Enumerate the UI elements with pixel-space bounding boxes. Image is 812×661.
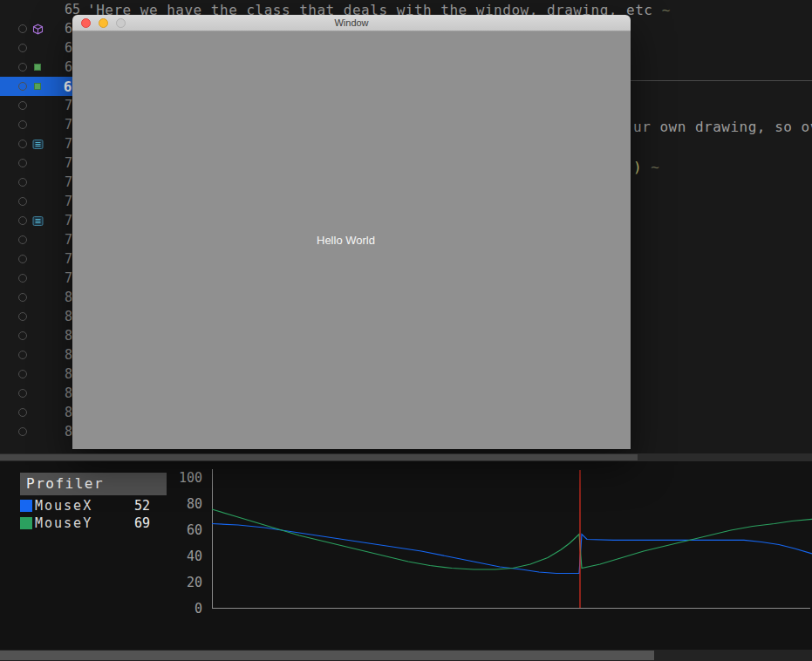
mousey-color-swatch [20, 517, 32, 529]
paren-text: ) [633, 159, 642, 175]
icon-spacer [31, 195, 44, 208]
icon-spacer [31, 176, 44, 188]
breakpoint-circle[interactable] [18, 370, 27, 378]
breakpoint-circle[interactable] [18, 197, 27, 206]
breakpoint-circle[interactable] [18, 101, 27, 110]
icon-spacer [31, 99, 44, 112]
profiler-panel: Profiler MouseX 52 MouseY 69 10080604020… [0, 461, 812, 650]
ide-screen: 6566676869707172737475767778798081828384… [0, 0, 812, 661]
green-square-icon [31, 61, 44, 73]
icon-spacer [31, 253, 44, 265]
profiler-title: Profiler [20, 473, 167, 495]
y-tick-label: 40 [164, 548, 202, 565]
icon-spacer [31, 42, 44, 54]
class-icon [31, 23, 44, 35]
breakpoint-circle[interactable] [18, 255, 27, 263]
icon-spacer [31, 426, 44, 438]
editor-horizontal-scrollbar[interactable] [0, 453, 812, 461]
zoom-button[interactable] [116, 18, 126, 28]
editor-scrollbar-thumb[interactable] [0, 454, 638, 460]
y-tick-label: 20 [164, 574, 202, 591]
minimize-button[interactable] [99, 18, 108, 28]
icon-spacer [31, 234, 44, 246]
breakpoint-circle[interactable] [18, 312, 27, 321]
legend-label: MouseX [35, 498, 92, 514]
legend-row-mousex: MouseX 52 [20, 499, 92, 513]
hello-world-text: Hello World [317, 234, 375, 247]
icon-spacer [31, 387, 44, 399]
breakpoint-circle[interactable] [18, 24, 27, 33]
breakpoint-circle[interactable] [18, 159, 27, 167]
y-tick-label: 80 [164, 495, 202, 513]
legend-label: MouseY [35, 515, 92, 531]
legend-row-mousey: MouseY 69 [20, 516, 92, 530]
icon-spacer [31, 157, 44, 169]
hello-world-window[interactable]: Window Hello World [72, 15, 631, 449]
breakpoint-circle[interactable] [18, 178, 27, 187]
legend-value: 52 [96, 498, 150, 514]
icon-spacer [31, 349, 44, 361]
y-tick-label: 60 [164, 521, 202, 539]
line-continuation-marker: ~ [662, 2, 671, 18]
bottom-scrollbar-thumb[interactable] [0, 651, 654, 660]
icon-spacer [31, 330, 44, 342]
y-axis-labels: 100806040200 [164, 478, 202, 609]
profiler-chart-svg [212, 478, 812, 609]
breakpoint-circle[interactable] [18, 120, 27, 129]
close-button[interactable] [81, 18, 91, 28]
breakpoint-circle[interactable] [18, 351, 27, 359]
list-icon [31, 138, 44, 150]
list-icon [31, 215, 44, 227]
breakpoint-circle[interactable] [18, 274, 27, 283]
green-square-icon [31, 80, 44, 92]
bottom-scrollbar[interactable] [0, 650, 812, 661]
icon-spacer [31, 272, 44, 284]
y-tick-label: 100 [164, 469, 202, 487]
window-canvas: Hello World [72, 31, 631, 449]
code-fragment-2: ) ~ [633, 159, 659, 175]
mousex-color-swatch [20, 500, 32, 512]
breakpoint-circle[interactable] [18, 408, 27, 417]
window-title: Window [72, 17, 631, 28]
profiler-chart [212, 478, 812, 609]
breakpoint-circle[interactable] [18, 235, 27, 244]
series-line-mousey [212, 509, 812, 569]
icon-spacer [31, 291, 44, 303]
breakpoint-circle[interactable] [18, 140, 27, 148]
icon-spacer [31, 119, 44, 131]
line-continuation-marker: ~ [651, 159, 659, 175]
breakpoint-circle [18, 5, 27, 14]
breakpoint-circle[interactable] [18, 427, 27, 436]
breakpoint-circle[interactable] [18, 44, 27, 52]
icon-spacer [31, 310, 44, 323]
icon-spacer [31, 3, 44, 16]
comment-text: ur own drawing, so ov [633, 119, 812, 135]
breakpoint-circle[interactable] [18, 389, 27, 398]
y-tick-label: 0 [164, 600, 202, 617]
icon-spacer [31, 368, 44, 380]
breakpoint-circle[interactable] [18, 216, 27, 225]
breakpoint-circle[interactable] [18, 293, 27, 302]
breakpoint-circle[interactable] [18, 82, 27, 91]
breakpoint-circle[interactable] [18, 63, 27, 72]
window-titlebar[interactable]: Window [72, 15, 631, 31]
legend-value: 69 [96, 515, 150, 531]
series-line-mousex [212, 524, 812, 574]
code-fragment-1: ur own drawing, so ov [633, 119, 812, 135]
icon-spacer [31, 406, 44, 419]
breakpoint-circle[interactable] [18, 331, 27, 340]
